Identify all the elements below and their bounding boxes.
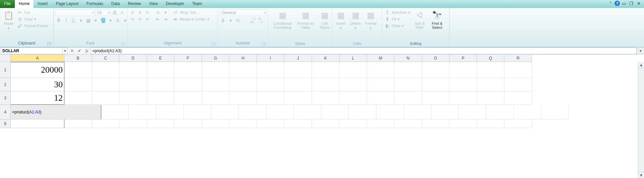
cell-M5[interactable] <box>367 119 394 128</box>
row-header-4[interactable]: 4 <box>0 105 11 119</box>
cell-D2[interactable] <box>119 78 147 91</box>
align-center-button[interactable]: ≡ <box>137 16 143 22</box>
font-launcher[interactable]: ↘ <box>121 42 125 46</box>
cell-L2[interactable] <box>339 78 367 91</box>
insert-cells-button[interactable]: ▦Insert▾ <box>334 9 347 31</box>
align-bottom-button[interactable]: ≡ <box>144 9 150 15</box>
fill-button[interactable]: ⬇Fill▾ <box>384 16 410 22</box>
column-header-R[interactable]: R <box>504 55 532 62</box>
column-header-C[interactable]: C <box>92 55 119 62</box>
column-header-F[interactable]: F <box>174 55 202 62</box>
cell-R2[interactable] <box>504 78 532 91</box>
cell-B1[interactable] <box>64 62 92 78</box>
cell-K4[interactable] <box>349 105 376 119</box>
column-header-A[interactable]: A <box>11 55 64 62</box>
cell-D5[interactable] <box>119 119 147 128</box>
cell-L5[interactable] <box>339 119 367 128</box>
cell-G1[interactable] <box>202 62 229 78</box>
cell-E5[interactable] <box>147 119 174 128</box>
cell-N3[interactable] <box>394 91 422 105</box>
format-cells-button[interactable]: ▦Format▾ <box>364 9 378 31</box>
cell-C2[interactable] <box>92 78 119 91</box>
name-box[interactable]: DOLLAR ▾ <box>1 48 68 54</box>
cell-H4[interactable] <box>266 105 294 119</box>
scroll-up-button[interactable]: ▲ <box>638 62 644 68</box>
format-painter-button[interactable]: 🖌Format Painter <box>17 23 49 29</box>
cell-Q4[interactable] <box>514 105 541 119</box>
tab-data[interactable]: Data <box>107 0 124 8</box>
find-select-button[interactable]: 🔭Find & Select <box>429 9 445 30</box>
cell-Q3[interactable] <box>477 91 504 105</box>
window-restore-icon[interactable]: ❐ <box>628 1 635 6</box>
cell-J1[interactable] <box>284 62 312 78</box>
row-header-5[interactable]: 5 <box>0 119 11 128</box>
cell-P1[interactable] <box>449 62 477 78</box>
align-top-button[interactable]: ≡ <box>129 9 136 15</box>
orientation-dropdown-icon[interactable]: ▾ <box>162 9 168 15</box>
cell-styles-button[interactable]: ▦Cell Styles <box>317 9 333 30</box>
column-header-G[interactable]: G <box>202 55 229 62</box>
cell-P2[interactable] <box>449 78 477 91</box>
cell-M4[interactable] <box>404 105 431 119</box>
currency-dropdown-icon[interactable]: ▾ <box>227 17 233 23</box>
grow-font-button[interactable]: A <box>112 10 118 16</box>
cell-J4[interactable] <box>321 105 349 119</box>
borders-dropdown-icon[interactable]: ▾ <box>93 17 99 23</box>
cell-O1[interactable] <box>422 62 449 78</box>
cell-L4[interactable] <box>376 105 404 119</box>
help-icon[interactable]: ? <box>614 1 620 6</box>
cell-B5[interactable] <box>64 119 92 128</box>
cell-F4[interactable] <box>211 105 239 119</box>
column-header-E[interactable]: E <box>147 55 174 62</box>
cell-C5[interactable] <box>92 119 119 128</box>
cell-G4[interactable] <box>239 105 266 119</box>
cell-H3[interactable] <box>229 91 257 105</box>
increase-decimal-button[interactable]: ←.0.00 <box>250 17 256 23</box>
paste-button[interactable]: 📋 Paste ▾ <box>2 9 15 31</box>
cell-E4[interactable] <box>184 105 211 119</box>
copy-button[interactable]: ⧉Copy▾ <box>17 16 49 22</box>
ribbon-minimize-icon[interactable]: ⌃ <box>607 1 614 6</box>
cell-E3[interactable] <box>147 91 174 105</box>
cell-G3[interactable] <box>202 91 229 105</box>
cell-I4[interactable] <box>294 105 321 119</box>
align-left-button[interactable]: ≡ <box>129 16 136 22</box>
cell-J2[interactable] <box>284 78 312 91</box>
cell-R3[interactable] <box>504 91 532 105</box>
vertical-scrollbar[interactable]: ▲ ▼ <box>638 62 644 178</box>
cell-B4[interactable] <box>101 105 129 119</box>
cell-J5[interactable] <box>284 119 312 128</box>
cell-G2[interactable] <box>202 78 229 91</box>
window-close-icon[interactable]: ✕ <box>635 1 642 6</box>
cell-I1[interactable] <box>257 62 284 78</box>
tab-review[interactable]: Review <box>124 0 145 8</box>
decrease-indent-button[interactable]: ⇤ <box>155 16 161 22</box>
cell-C3[interactable] <box>92 91 119 105</box>
cell-R5[interactable] <box>504 119 532 128</box>
column-header-O[interactable]: O <box>422 55 449 62</box>
align-middle-button[interactable]: ≡ <box>137 9 143 15</box>
cell-F2[interactable] <box>174 78 202 91</box>
column-header-J[interactable]: J <box>284 55 312 62</box>
column-header-L[interactable]: L <box>339 55 367 62</box>
cancel-formula-button[interactable]: ✕ <box>68 49 76 53</box>
cell-N4[interactable] <box>431 105 459 119</box>
cell-N5[interactable] <box>394 119 422 128</box>
paste-dropdown-icon[interactable]: ▾ <box>8 26 10 30</box>
fx-icon[interactable]: fx <box>83 49 91 54</box>
cell-D4[interactable] <box>156 105 184 119</box>
row-header-3[interactable]: 3 <box>0 91 11 105</box>
font-size-combo[interactable]: 24▾ <box>96 9 110 16</box>
cell-N2[interactable] <box>394 78 422 91</box>
underline-button[interactable]: U <box>70 17 76 23</box>
cell-K3[interactable] <box>312 91 339 105</box>
cell-L3[interactable] <box>339 91 367 105</box>
cell-H1[interactable] <box>229 62 257 78</box>
cell-F3[interactable] <box>174 91 202 105</box>
cell-Q1[interactable] <box>477 62 504 78</box>
cell-D1[interactable] <box>119 62 147 78</box>
cell-Q2[interactable] <box>477 78 504 91</box>
column-header-B[interactable]: B <box>64 55 92 62</box>
cell-P4[interactable] <box>486 105 514 119</box>
column-header-N[interactable]: N <box>394 55 422 62</box>
